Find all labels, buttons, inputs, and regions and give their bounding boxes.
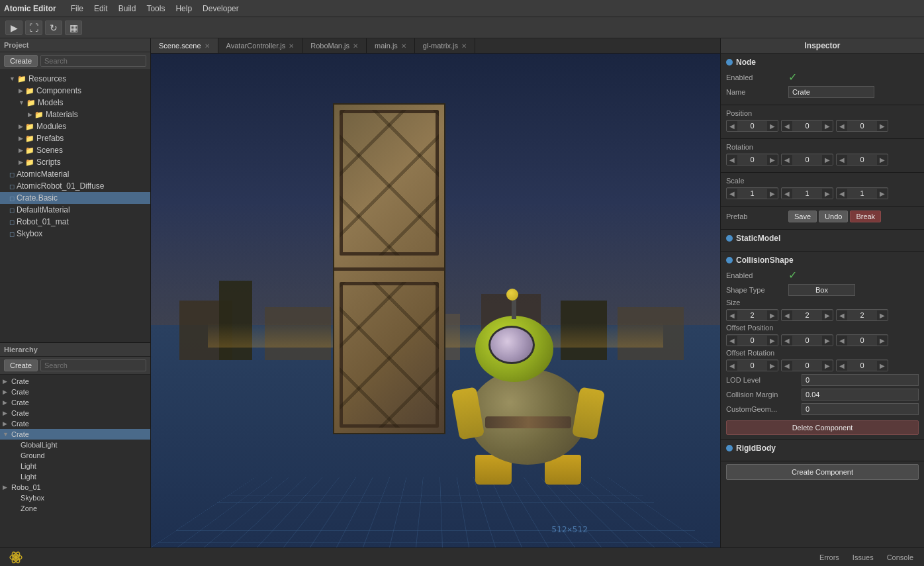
pos-y-inc[interactable]: ▶ xyxy=(822,121,833,131)
offset-pos-x-inc[interactable]: ▶ xyxy=(767,336,778,346)
size-x-input[interactable] xyxy=(737,310,767,320)
offset-rot-x-dec[interactable]: ◀ xyxy=(727,361,737,371)
console-button[interactable]: Console xyxy=(882,551,919,563)
offset-rot-y-inc[interactable]: ▶ xyxy=(822,361,833,371)
rot-z-inc[interactable]: ▶ xyxy=(877,155,888,165)
file-atomic-robot[interactable]: ◻ AtomicRobot_01_Diffuse xyxy=(0,180,150,192)
tab-avatar-controller[interactable]: AvatarController.js ✕ xyxy=(218,38,303,53)
pos-y-input[interactable] xyxy=(792,120,822,131)
pos-x-input[interactable] xyxy=(737,120,767,131)
offset-rot-y-input[interactable] xyxy=(792,360,822,371)
rotate-button[interactable]: ↻ xyxy=(45,21,62,35)
tab-roboman[interactable]: RoboMan.js ✕ xyxy=(302,38,367,53)
size-y-input[interactable] xyxy=(792,310,822,320)
hierarchy-search-input[interactable] xyxy=(40,359,146,371)
rot-z-dec[interactable]: ◀ xyxy=(837,155,847,165)
hier-crate-1[interactable]: ▶ Crate xyxy=(0,376,150,387)
tab-glmatrix[interactable]: gl-matrix.js ✕ xyxy=(415,38,475,53)
scale-y-input[interactable] xyxy=(792,188,822,199)
rot-y-inc[interactable]: ▶ xyxy=(822,155,833,165)
hier-ground[interactable]: Ground xyxy=(0,450,150,461)
offset-rot-z-input[interactable] xyxy=(847,360,877,371)
pos-y-dec[interactable]: ◀ xyxy=(782,121,792,131)
scale-z-input[interactable] xyxy=(847,188,877,199)
menu-tools[interactable]: Tools xyxy=(141,2,170,15)
enabled-checkbox[interactable]: ✓ xyxy=(788,71,797,83)
scale-z-inc[interactable]: ▶ xyxy=(877,189,888,199)
pos-x-inc[interactable]: ▶ xyxy=(767,121,778,131)
menu-file[interactable]: File xyxy=(66,2,89,15)
scale-x-dec[interactable]: ◀ xyxy=(727,189,737,199)
prefab-save-button[interactable]: Save xyxy=(788,211,817,222)
custom-geom-input[interactable] xyxy=(802,403,919,415)
file-skybox[interactable]: ◻ Skybox xyxy=(0,228,150,240)
scale-x-inc[interactable]: ▶ xyxy=(767,189,778,199)
offset-rot-x-input[interactable] xyxy=(737,360,767,371)
offset-pos-z-dec[interactable]: ◀ xyxy=(837,336,847,346)
tab-scene[interactable]: Scene.scene ✕ xyxy=(151,38,218,53)
file-default-material[interactable]: ◻ DefaultMaterial xyxy=(0,204,150,216)
project-create-button[interactable]: Create xyxy=(4,55,38,67)
size-y-dec[interactable]: ◀ xyxy=(782,310,792,320)
tab-close-main[interactable]: ✕ xyxy=(401,42,406,50)
hier-light-1[interactable]: Light xyxy=(0,461,150,471)
pos-x-dec[interactable]: ◀ xyxy=(727,121,737,131)
hier-crate-4[interactable]: ▶ Crate xyxy=(0,408,150,418)
camera-button[interactable]: ⛶ xyxy=(25,21,42,35)
hier-crate-2[interactable]: ▶ Crate xyxy=(0,387,150,397)
hier-globallight[interactable]: GlobalLight xyxy=(0,440,150,450)
name-input[interactable] xyxy=(788,86,874,98)
project-search-input[interactable] xyxy=(40,55,146,67)
file-robot-mat[interactable]: ◻ Robot_01_mat xyxy=(0,216,150,228)
tree-item-materials[interactable]: ▶ 📁 Materials xyxy=(0,109,150,120)
menu-edit[interactable]: Edit xyxy=(89,2,113,15)
hier-crate-3[interactable]: ▶ Crate xyxy=(0,397,150,408)
file-crate-basic[interactable]: ◻ Crate.Basic xyxy=(0,192,150,204)
scale-y-dec[interactable]: ◀ xyxy=(782,189,792,199)
offset-pos-y-inc[interactable]: ▶ xyxy=(822,336,833,346)
size-z-inc[interactable]: ▶ xyxy=(877,310,888,320)
issues-button[interactable]: Issues xyxy=(847,551,879,563)
shape-type-button[interactable]: Box xyxy=(788,284,855,296)
size-x-dec[interactable]: ◀ xyxy=(727,310,737,320)
hier-skybox[interactable]: Skybox xyxy=(0,493,150,503)
hier-crate-6[interactable]: ▼ Crate xyxy=(0,429,150,440)
offset-rot-z-dec[interactable]: ◀ xyxy=(837,361,847,371)
grid-button[interactable]: ▦ xyxy=(65,21,82,35)
rot-x-input[interactable] xyxy=(737,154,767,165)
menu-help[interactable]: Help xyxy=(170,2,197,15)
tree-item-components[interactable]: ▶ 📁 Components xyxy=(0,85,150,97)
lod-input[interactable] xyxy=(802,374,919,386)
tab-main[interactable]: main.js ✕ xyxy=(367,38,415,53)
menu-build[interactable]: Build xyxy=(113,2,142,15)
tab-close-roboman[interactable]: ✕ xyxy=(353,42,358,50)
tab-close-avatar[interactable]: ✕ xyxy=(289,42,294,50)
offset-rot-y-dec[interactable]: ◀ xyxy=(782,361,792,371)
tree-item-scenes[interactable]: ▶ 📁 Scenes xyxy=(0,144,150,156)
scale-x-input[interactable] xyxy=(737,188,767,199)
size-z-dec[interactable]: ◀ xyxy=(837,310,847,320)
errors-button[interactable]: Errors xyxy=(814,551,845,563)
size-x-inc[interactable]: ▶ xyxy=(767,310,778,320)
create-component-button[interactable]: Create Component xyxy=(726,464,919,480)
scale-z-dec[interactable]: ◀ xyxy=(837,189,847,199)
viewport[interactable]: 512×512 xyxy=(151,54,720,547)
collision-margin-input[interactable] xyxy=(802,389,919,401)
offset-pos-x-dec[interactable]: ◀ xyxy=(727,336,737,346)
offset-rot-x-inc[interactable]: ▶ xyxy=(767,361,778,371)
size-y-inc[interactable]: ▶ xyxy=(822,310,833,320)
offset-rot-z-inc[interactable]: ▶ xyxy=(877,361,888,371)
rot-z-input[interactable] xyxy=(847,154,877,165)
offset-pos-y-dec[interactable]: ◀ xyxy=(782,336,792,346)
hier-crate-5[interactable]: ▶ Crate xyxy=(0,418,150,429)
tree-item-modules[interactable]: ▶ 📁 Modules xyxy=(0,120,150,132)
hier-robo01[interactable]: ▶ Robo_01 xyxy=(0,482,150,493)
hier-zone[interactable]: Zone xyxy=(0,503,150,514)
file-atomic-material[interactable]: ◻ AtomicMaterial xyxy=(0,168,150,180)
pos-z-inc[interactable]: ▶ xyxy=(877,121,888,131)
play-button[interactable]: ▶ xyxy=(5,21,23,35)
collision-enabled-checkbox[interactable]: ✓ xyxy=(788,269,797,281)
hierarchy-create-button[interactable]: Create xyxy=(4,359,38,371)
offset-pos-z-input[interactable] xyxy=(847,335,877,346)
rot-x-dec[interactable]: ◀ xyxy=(727,155,737,165)
